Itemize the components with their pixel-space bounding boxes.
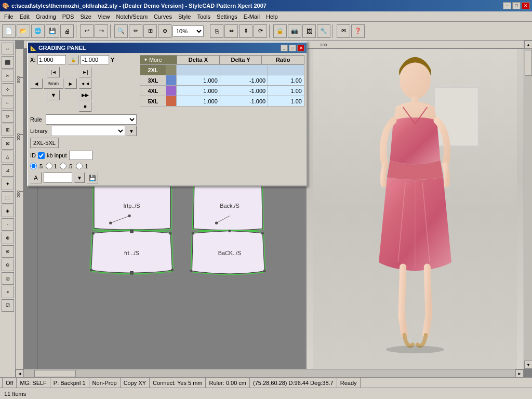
a-button[interactable]: A <box>30 172 42 183</box>
lt-btn-14[interactable]: ⋯ <box>2 218 14 231</box>
lt-btn-4[interactable]: ⊹ <box>2 83 14 96</box>
menu-grading[interactable]: Grading <box>33 13 59 20</box>
vcr-fwd-button[interactable]: ▶▶ <box>79 90 91 100</box>
menu-file[interactable]: File <box>1 13 17 20</box>
menu-help[interactable]: Help <box>263 13 281 20</box>
flip-v-button[interactable]: ⇕ <box>239 24 252 38</box>
menu-curves[interactable]: Curves <box>151 13 175 20</box>
radio-1b[interactable]: .1 <box>76 163 88 169</box>
lt-btn-9[interactable]: △ <box>2 151 14 163</box>
lt-btn-3[interactable]: ✂ <box>2 70 14 82</box>
radio-5b[interactable]: .5 <box>60 163 72 169</box>
id-text-input[interactable] <box>69 151 92 160</box>
pencil-button[interactable]: ✏ <box>129 24 142 38</box>
magnify-button[interactable]: 🔍 <box>114 24 128 38</box>
nav-right-button[interactable]: ► <box>64 78 77 89</box>
scroll-up-button[interactable]: ▲ <box>524 41 532 49</box>
zoom-select[interactable]: 10% 25% 50% 100% <box>172 25 204 37</box>
lt-btn-1[interactable]: ↔ <box>2 43 14 55</box>
menu-size[interactable]: Size <box>77 13 94 20</box>
lt-btn-7[interactable]: ⊞ <box>2 124 14 136</box>
lt-btn-8[interactable]: ⊠ <box>2 137 14 150</box>
lt-btn-16[interactable]: ⊗ <box>2 245 14 258</box>
maximize-button[interactable]: □ <box>512 2 521 9</box>
save-grading-button[interactable]: 💾 <box>87 172 98 183</box>
vcr-prev-button[interactable]: |◄ <box>47 67 60 77</box>
table-row[interactable]: 2XL <box>140 65 304 75</box>
lt-btn-10[interactable]: ⊿ <box>2 164 14 177</box>
lt-btn-19[interactable]: ⋄ <box>2 286 14 298</box>
svg-point-57 <box>261 232 264 234</box>
color-dropdown-btn[interactable]: ▼ <box>74 172 85 183</box>
lt-btn-18[interactable]: ◎ <box>2 272 14 285</box>
menu-edit[interactable]: Edit <box>17 13 33 20</box>
save-button[interactable]: 💾 <box>46 24 59 38</box>
x-input[interactable] <box>37 55 66 64</box>
grid-button[interactable]: ⊞ <box>143 24 157 38</box>
rule-select[interactable] <box>46 114 137 125</box>
nav-left-button[interactable]: ◄ <box>30 78 43 89</box>
vcr-back-button[interactable]: ◄◄ <box>79 78 91 89</box>
library-dropdown-btn[interactable]: ▼ <box>126 126 137 136</box>
help-button[interactable]: ❓ <box>351 24 365 38</box>
menu-settings[interactable]: Settings <box>214 13 241 20</box>
gp-close-button[interactable]: ✕ <box>297 45 304 51</box>
vertical-scrollbar[interactable]: ▲ ▼ <box>524 41 532 369</box>
table-row[interactable]: 4XL 1.000 -1.000 1.00 <box>140 86 304 96</box>
scroll-down-button[interactable]: ▼ <box>524 361 532 369</box>
new-button[interactable]: 📄 <box>2 24 16 38</box>
lt-btn-5[interactable]: ← <box>2 97 14 109</box>
nav-center-display[interactable]: 5mm <box>44 78 63 89</box>
menu-pds[interactable]: PDS <box>59 13 77 20</box>
lt-btn-2[interactable]: ⬛ <box>2 56 14 69</box>
zoom-button[interactable]: ⊕ <box>158 24 171 38</box>
lt-btn-17[interactable]: ⊖ <box>2 259 14 271</box>
copy-button[interactable]: ⎘ <box>210 24 223 38</box>
x-label: X: <box>30 57 36 63</box>
vcr-stop-button[interactable]: ■ <box>79 101 91 112</box>
print-button[interactable]: 🖨 <box>60 24 74 38</box>
menu-email[interactable]: E-Mail <box>241 13 263 20</box>
lt-btn-11[interactable]: ✦ <box>2 178 14 190</box>
menu-style[interactable]: Style <box>175 13 194 20</box>
gp-minimize-button[interactable]: _ <box>281 45 288 51</box>
y-input[interactable] <box>81 55 109 64</box>
lt-btn-15[interactable]: ⊕ <box>2 232 14 244</box>
lt-btn-13[interactable]: ◈ <box>2 205 14 217</box>
tool-button[interactable]: 🔧 <box>317 24 330 38</box>
undo-button[interactable]: ↩ <box>80 24 94 38</box>
x-lock-button[interactable]: 🔒 <box>68 55 79 64</box>
table-row[interactable]: 3XL 1.000 -1.000 1.00 <box>140 75 304 86</box>
radio-1[interactable]: 1 <box>46 163 57 169</box>
dx-5xl: 1.000 <box>177 96 220 107</box>
id-checkbox[interactable] <box>38 152 45 159</box>
horizontal-scrollbar[interactable]: ◄ ► <box>16 369 524 377</box>
menu-tools[interactable]: Tools <box>194 13 214 20</box>
lt-btn-12[interactable]: ⬚ <box>2 191 14 204</box>
library-select[interactable] <box>51 126 125 136</box>
radio-5[interactable]: .5 <box>30 163 43 169</box>
camera-button[interactable]: 📷 <box>288 24 301 38</box>
redo-button[interactable]: ↪ <box>95 24 108 38</box>
rotate-button[interactable]: ⟳ <box>254 24 267 38</box>
dx-2xl <box>177 65 220 75</box>
menu-notch-seam[interactable]: Notch/Seam <box>113 13 151 20</box>
minimize-button[interactable]: − <box>503 2 511 9</box>
table-row[interactable]: 5XL 1.000 -1.000 1.00 <box>140 96 304 107</box>
lt-btn-6[interactable]: ⟳ <box>2 110 14 123</box>
lt-btn-20[interactable]: ☑ <box>2 299 14 312</box>
email-button[interactable]: ✉ <box>337 24 350 38</box>
close-button[interactable]: ✕ <box>522 2 530 9</box>
scroll-left-button[interactable]: ◄ <box>16 369 24 377</box>
more-button[interactable]: ▼ More <box>140 56 177 64</box>
vcr-ffwd-button[interactable]: ►| <box>79 67 91 77</box>
gp-maximize-button[interactable]: □ <box>289 45 296 51</box>
flip-h-button[interactable]: ⇔ <box>224 24 238 38</box>
globe-button[interactable]: 🌐 <box>31 24 45 38</box>
scroll-right-button[interactable]: ► <box>515 369 524 377</box>
photo-button[interactable]: 🖼 <box>302 24 316 38</box>
open-button[interactable]: 📂 <box>17 24 30 38</box>
menu-view[interactable]: View <box>95 13 113 20</box>
nav-down-button[interactable]: ▼ <box>47 90 60 100</box>
lock-button[interactable]: 🔒 <box>273 24 287 38</box>
